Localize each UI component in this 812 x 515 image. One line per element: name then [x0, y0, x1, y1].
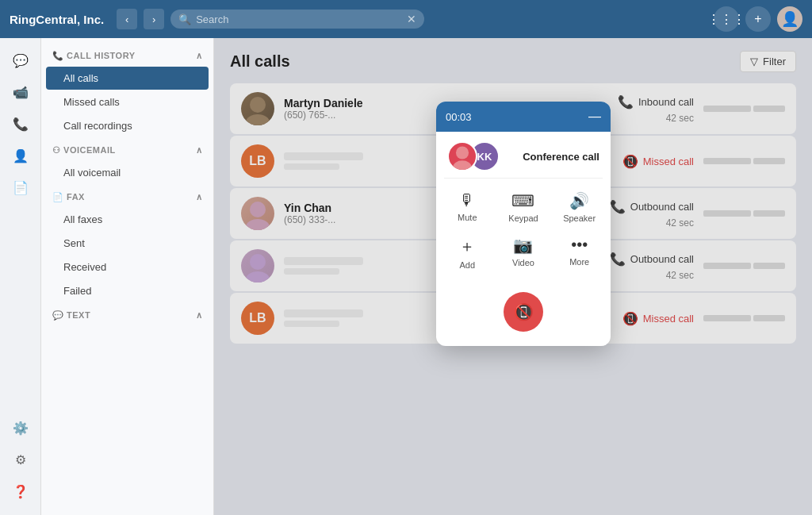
collapse-icon: ∧	[196, 51, 203, 61]
speaker-label: Speaker	[563, 213, 596, 223]
nav-video-icon[interactable]: 📹	[6, 78, 35, 106]
end-call-button[interactable]: 📵	[504, 292, 543, 332]
collapse-icon-fax: ∧	[196, 192, 203, 202]
svg-point-6	[456, 146, 469, 159]
conference-controls: 🎙 Mute ⌨ Keypad 🔊 Speaker ＋ Add 📷 V	[436, 179, 611, 282]
search-icon: 🔍	[178, 13, 191, 25]
user-avatar[interactable]: 👤	[777, 6, 802, 32]
mute-label: Mute	[458, 213, 477, 222]
conference-modal: 00:03 — KK Conference call	[436, 102, 611, 346]
search-bar: 🔍 ✕	[170, 10, 424, 29]
conference-avatar-1	[447, 141, 477, 171]
call-history-section-header[interactable]: 📞 Call History ∧	[41, 46, 213, 66]
conference-label: Conference call	[500, 151, 599, 163]
add-icon: ＋	[459, 236, 475, 257]
fax-icon: 📄 Fax	[52, 192, 85, 202]
search-clear-icon[interactable]: ✕	[407, 13, 416, 25]
main-layout: 💬 📹 📞 👤 📄 ⚙️ ⚙ ❓ 📞 Call History ∧ All ca…	[0, 38, 812, 515]
search-input[interactable]	[196, 13, 402, 25]
sidebar-section-voicemail: ⚇ Voicemail ∧ All voicemail	[41, 140, 213, 184]
video-label: Video	[512, 258, 534, 267]
sidebar-item-missed-calls[interactable]: Missed calls	[46, 90, 209, 113]
sidebar-item-all-calls[interactable]: All calls	[46, 67, 209, 90]
sidebar: 📞 Call History ∧ All calls Missed calls …	[41, 38, 214, 515]
text-icon: 💬 Text	[52, 310, 90, 321]
nav-help-icon[interactable]: ❓	[6, 477, 35, 505]
mute-icon: 🎙	[459, 191, 475, 209]
more-control[interactable]: ••• More	[551, 229, 607, 276]
add-label: Add	[460, 260, 476, 270]
video-control[interactable]: 📷 Video	[496, 229, 552, 276]
end-call-area: 📵	[436, 282, 611, 346]
text-section-header[interactable]: 💬 Text ∧	[41, 306, 213, 325]
more-label: More	[569, 257, 589, 267]
nav-plugins-icon[interactable]: ⚙️	[6, 413, 35, 442]
nav-contacts-icon[interactable]: 👤	[6, 141, 35, 170]
conference-avatars: KK Conference call	[436, 132, 611, 178]
sidebar-item-failed[interactable]: Failed	[46, 279, 209, 302]
keypad-control[interactable]: ⌨ Keypad	[496, 185, 552, 229]
nav-settings-icon[interactable]: ⚙	[6, 445, 35, 474]
grid-icon-button[interactable]: ⋮⋮⋮	[714, 6, 739, 32]
sidebar-item-all-voicemail[interactable]: All voicemail	[46, 161, 209, 184]
nav-phone-icon[interactable]: 📞	[6, 110, 35, 138]
add-button[interactable]: +	[745, 6, 771, 32]
nav-messages-icon[interactable]: 💬	[6, 46, 35, 75]
nav-fax-icon[interactable]: 📄	[6, 173, 35, 202]
minimize-button[interactable]: —	[588, 110, 601, 124]
sidebar-item-sent[interactable]: Sent	[46, 232, 209, 255]
more-icon: •••	[571, 236, 588, 254]
video-icon: 📷	[513, 236, 533, 255]
avatar-group: KK	[447, 141, 500, 171]
app-logo: RingCentral, Inc.	[10, 13, 104, 26]
sidebar-section-call-history: 📞 Call History ∧ All calls Missed calls …	[41, 46, 213, 137]
keypad-label: Keypad	[508, 213, 538, 223]
nav-forward-button[interactable]: ›	[144, 9, 164, 29]
keypad-icon: ⌨	[511, 191, 534, 210]
sidebar-section-fax: 📄 Fax ∧ All faxes Sent Received Failed	[41, 187, 213, 302]
sidebar-item-received[interactable]: Received	[46, 256, 209, 279]
speaker-icon: 🔊	[569, 191, 589, 210]
speaker-control[interactable]: 🔊 Speaker	[551, 185, 607, 229]
sidebar-item-call-recordings[interactable]: Call recordings	[46, 114, 209, 137]
sidebar-section-text: 💬 Text ∧	[41, 306, 213, 325]
mute-control[interactable]: 🎙 Mute	[439, 185, 496, 229]
fax-section-header[interactable]: 📄 Fax ∧	[41, 187, 213, 207]
conference-timer: 00:03	[446, 111, 472, 123]
svg-point-7	[453, 160, 471, 171]
voicemail-icon: ⚇ Voicemail	[52, 145, 116, 156]
nav-back-button[interactable]: ‹	[117, 9, 137, 29]
topbar: RingCentral, Inc. ‹ › 🔍 ✕ ⋮⋮⋮ + 👤	[0, 0, 812, 38]
add-control[interactable]: ＋ Add	[439, 229, 496, 276]
conference-header: 00:03 —	[436, 102, 611, 132]
collapse-icon-voicemail: ∧	[196, 145, 203, 156]
voicemail-section-header[interactable]: ⚇ Voicemail ∧	[41, 140, 213, 160]
collapse-icon-text: ∧	[196, 310, 203, 321]
end-call-icon: 📵	[514, 302, 534, 321]
call-history-icon: 📞 Call History	[52, 51, 136, 61]
icon-rail: 💬 📹 📞 👤 📄 ⚙️ ⚙ ❓	[0, 38, 41, 515]
content-area: All calls ▽ Filter Martyn Daniele (650) …	[214, 38, 812, 515]
sidebar-item-all-faxes[interactable]: All faxes	[46, 208, 209, 231]
